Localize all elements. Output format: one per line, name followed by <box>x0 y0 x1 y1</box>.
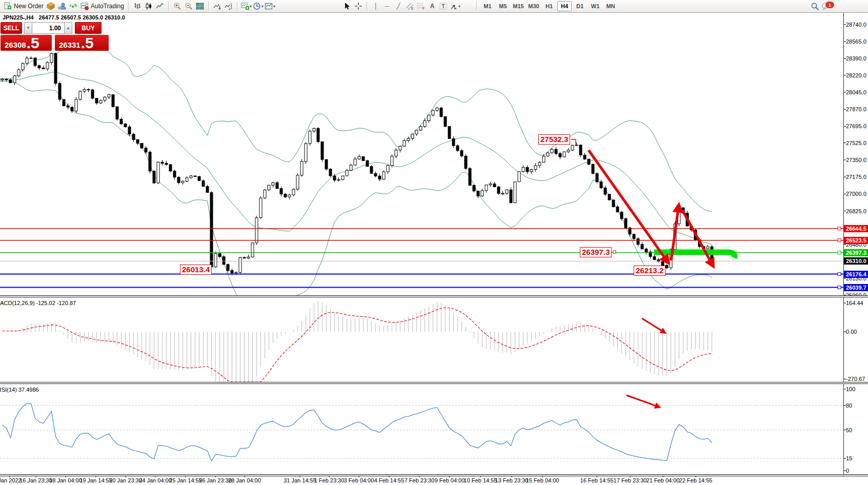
crosshair-icon[interactable] <box>353 1 364 11</box>
svg-text:E: E <box>411 7 414 10</box>
candles-layer <box>0 52 713 275</box>
price-callout[interactable]: 26013.4 <box>180 265 212 275</box>
green-highlight-band[interactable] <box>654 252 735 258</box>
time-axis-label: 3 Feb 04:00 <box>344 477 374 483</box>
sell-price-display[interactable]: 26308 .5 <box>1 35 52 51</box>
new-order-icon[interactable] <box>3 1 13 11</box>
volume-input[interactable] <box>32 22 64 34</box>
autotrading-icon[interactable] <box>79 1 90 11</box>
price-callout[interactable]: 26397.3 <box>580 247 612 257</box>
toolbar-standard-group: New Order AutoTrading <box>2 0 276 12</box>
zoom-in-icon[interactable] <box>172 1 183 11</box>
trend-arrow-1[interactable] <box>589 150 668 262</box>
auto-scroll-icon[interactable] <box>212 1 223 11</box>
vertical-line-icon[interactable]: │ <box>371 1 381 11</box>
text-label-icon[interactable]: T <box>438 1 449 11</box>
time-axis-label: 16 Feb 14:55 <box>580 477 614 483</box>
price-callout[interactable]: 26213.2 <box>634 266 665 276</box>
timeframe-m5[interactable]: M5 <box>496 1 510 11</box>
timeframe-mn[interactable]: MN <box>603 1 618 11</box>
svg-text:F: F <box>422 7 425 10</box>
bollinger-middle <box>0 72 712 245</box>
price-axis-line <box>843 13 844 477</box>
time-axis-label: 25 Jan 14:55 <box>169 477 202 483</box>
volume-increase-button[interactable]: ▲ <box>64 22 72 34</box>
horizontal-line-icon[interactable]: ─ <box>382 1 392 11</box>
new-order-button[interactable]: New Order <box>14 3 44 10</box>
toolbar-separator <box>476 2 477 11</box>
sell-price-dec: .5 <box>27 36 39 50</box>
cursor-icon[interactable] <box>342 1 352 11</box>
time-axis-label: 28 Jan 04:00 <box>228 477 261 483</box>
trend-arrow-4[interactable] <box>642 318 665 333</box>
pane-separator[interactable] <box>0 382 868 384</box>
fibonacci-icon[interactable]: F <box>416 1 426 11</box>
buy-price-display[interactable]: 26331 .5 <box>55 35 109 51</box>
templates-icon[interactable]: ▾ <box>265 1 275 11</box>
signals-icon[interactable] <box>68 1 78 11</box>
toolbar-separator <box>208 2 209 11</box>
line-handle[interactable] <box>838 251 841 254</box>
search-icon[interactable] <box>810 1 820 11</box>
time-axis-label: 16 Jan 23:30 <box>19 477 52 483</box>
price-callout[interactable]: 27532.3 <box>538 134 570 145</box>
line-handle[interactable] <box>838 273 841 276</box>
line-handle[interactable] <box>838 286 841 289</box>
rsi-label: RSI(14) 37.4986 <box>0 387 39 393</box>
price-tick-label: 28565.0 <box>846 38 868 45</box>
price-tick-label: 28220.0 <box>846 72 868 79</box>
rsi-axis-label: 15 <box>846 455 868 462</box>
trendline-icon[interactable]: ╱ <box>393 1 403 11</box>
zoom-out-icon[interactable] <box>184 1 194 11</box>
rsi-pane <box>0 403 843 461</box>
notification-badge: 1 <box>825 2 834 8</box>
time-axis-label: 31 Jan 14:55 <box>284 477 316 483</box>
svg-text:T: T <box>442 4 445 9</box>
autotrading-button[interactable]: AutoTrading <box>91 3 124 10</box>
callout-connector <box>571 139 576 146</box>
timeframe-w1[interactable]: W1 <box>588 1 602 11</box>
trend-arrow-3[interactable] <box>682 210 713 266</box>
timeframe-h4[interactable]: H4 <box>557 1 572 11</box>
period-selector-icon[interactable]: ▾ <box>253 1 264 11</box>
pane-separator[interactable] <box>0 295 868 297</box>
timeframe-m30[interactable]: M30 <box>527 1 541 11</box>
rsi-axis-label: 50 <box>846 427 868 434</box>
volume-decrease-button[interactable]: ▼ <box>24 22 32 34</box>
arrows-tool-icon[interactable]: ▾ <box>450 1 460 11</box>
time-axis-label: 24 Jan 04:00 <box>139 477 172 483</box>
time-axis-label: 17 Feb 23:30 <box>614 477 647 483</box>
volume-stepper: ▼ ▲ <box>24 22 72 34</box>
text-icon[interactable]: A <box>427 1 437 11</box>
new-chart-icon[interactable]: ▾ <box>241 1 252 11</box>
line-handle[interactable] <box>838 239 841 242</box>
line-chart-icon[interactable] <box>155 1 165 11</box>
metaeditor-icon[interactable] <box>46 1 56 11</box>
bar-chart-icon[interactable] <box>132 1 143 11</box>
equidistant-channel-icon[interactable]: E <box>405 1 415 11</box>
callout-anchor <box>613 251 616 253</box>
candlestick-chart-icon[interactable] <box>144 1 154 11</box>
time-axis-label: Jan 2022 <box>0 477 22 483</box>
rsi-axis-label: 80 <box>846 402 868 409</box>
profiles-icon[interactable] <box>57 1 67 11</box>
time-axis-label: 22 Feb 14:55 <box>679 477 713 483</box>
time-axis-label: 21 Feb 04:00 <box>647 477 680 483</box>
time-axis-label: 1 Feb 23:30 <box>314 477 345 483</box>
buy-price-int: 26331 <box>59 40 80 50</box>
timeframe-h1[interactable]: H1 <box>542 1 556 11</box>
ohlc-values: 26477.5 26507.5 26305.0 26310.0 <box>39 14 125 21</box>
timeframe-m15[interactable]: M15 <box>511 1 526 11</box>
chart-canvas[interactable] <box>0 0 868 485</box>
chart-shift-icon[interactable] <box>224 1 234 11</box>
tile-windows-icon[interactable] <box>195 1 205 11</box>
time-axis-label: 10 Feb 14:55 <box>464 477 497 483</box>
price-tick-label: 27525.0 <box>846 140 868 147</box>
sell-button[interactable]: SELL <box>1 22 22 34</box>
timeframe-d1[interactable]: D1 <box>573 1 587 11</box>
macd-label: MACD(12,26,9) -125.02 -120.87 <box>0 300 76 306</box>
line-handle[interactable] <box>838 227 841 230</box>
buy-button[interactable]: BUY <box>75 22 102 34</box>
timeframe-m1[interactable]: M1 <box>480 1 495 11</box>
notifications-icon[interactable]: 1 <box>821 1 831 11</box>
